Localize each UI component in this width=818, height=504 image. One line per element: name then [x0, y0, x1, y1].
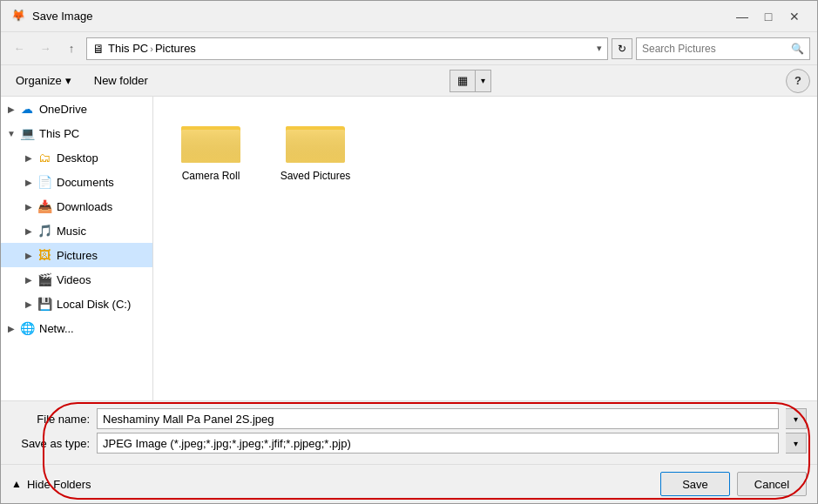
folder-icon: 🎵 [36, 224, 53, 238]
sidebar-item-music[interactable]: ▶ 🎵 Music [1, 218, 152, 243]
network-icon: 🌐 [18, 321, 36, 335]
view-icon: ▦ [457, 74, 468, 87]
breadcrumb-separator: › [150, 44, 153, 54]
localdisk-label: Local Disk (C:) [57, 298, 131, 311]
sidebar-item-pictures[interactable]: ▶ 🖼 Pictures [1, 243, 152, 267]
back-icon: ← [14, 42, 25, 55]
expand-icon: ▶ [22, 248, 36, 262]
folder-camera-roll[interactable]: Camera Roll [167, 111, 254, 185]
filename-label: File name: [11, 413, 90, 426]
breadcrumb: This PC › Pictures [108, 42, 196, 55]
sidebar-item-localdisk[interactable]: ▶ 💾 Local Disk (C:) [1, 292, 152, 316]
minimize-button[interactable]: — [730, 7, 754, 26]
filename-dropdown-button[interactable]: ▾ [786, 408, 807, 429]
camera-roll-label: Camera Roll [182, 170, 240, 182]
folder-svg-camera-roll [179, 114, 242, 166]
sidebar-item-downloads[interactable]: ▶ 📥 Downloads [1, 194, 152, 218]
address-dropdown-button[interactable]: ▾ [597, 43, 602, 54]
hide-folders-area: ▲ Hide Folders [11, 478, 91, 491]
maximize-button[interactable]: □ [756, 7, 781, 26]
toolbar: Organize ▾ New folder ▦ ▾ ? [1, 65, 817, 97]
form-section: File name: ▾ Save as type: JPEG Image (*… [1, 400, 817, 464]
videos-label: Videos [57, 273, 91, 286]
organize-arrow-icon: ▾ [65, 74, 71, 87]
main-content: ▶ ☁ OneDrive ▼ 💻 This PC ▶ 🗂 Desktop ▶ 📄… [1, 97, 817, 400]
folder-icon: 📄 [36, 175, 53, 189]
filename-row: File name: ▾ [11, 408, 807, 429]
forward-icon: → [40, 42, 51, 55]
sidebar-item-videos[interactable]: ▶ 🎬 Videos [1, 267, 152, 292]
folder-icon: 📥 [36, 199, 53, 213]
view-dropdown-icon: ▾ [481, 76, 485, 85]
expand-icon: ▶ [22, 175, 36, 189]
sidebar-item-thispc[interactable]: ▼ 💻 This PC [1, 121, 152, 145]
hide-folders-label[interactable]: Hide Folders [27, 478, 91, 491]
address-bar[interactable]: 🖥 This PC › Pictures ▾ [86, 37, 608, 60]
thispc-label: This PC [39, 127, 79, 140]
expand-icon: ▶ [22, 199, 36, 213]
bottom-section: File name: ▾ Save as type: JPEG Image (*… [1, 400, 817, 503]
view-controls: ▦ ▾ [450, 70, 491, 92]
computer-icon: 💻 [18, 126, 36, 140]
sidebar-item-network[interactable]: ▶ 🌐 Netw... [1, 316, 152, 340]
expand-icon: ▶ [22, 272, 36, 286]
filetype-value: JPEG Image (*.jpeg;*.jpg;*.jpeg;*.jfif;*… [103, 437, 351, 450]
filetype-dropdown-button[interactable]: ▾ [786, 433, 807, 454]
app-icon: 🦊 [11, 9, 27, 24]
onedrive-icon: ☁ [18, 102, 36, 116]
footer: ▲ Hide Folders Save Cancel [1, 464, 817, 503]
view-dropdown-button[interactable]: ▾ [476, 70, 491, 92]
cancel-button[interactable]: Cancel [737, 472, 807, 496]
expand-icon: ▼ [4, 126, 18, 140]
dropdown-icon: ▾ [794, 414, 798, 424]
window-controls: — □ ✕ [730, 7, 807, 26]
view-icon-button[interactable]: ▦ [450, 70, 476, 92]
up-button[interactable]: ↑ [60, 37, 83, 60]
close-button[interactable]: ✕ [782, 7, 807, 26]
organize-button[interactable]: Organize ▾ [8, 70, 79, 92]
search-icon: 🔍 [791, 43, 804, 55]
help-button[interactable]: ? [786, 69, 810, 93]
forward-button[interactable]: → [34, 37, 57, 60]
organize-label: Organize [16, 74, 62, 87]
sidebar-item-desktop[interactable]: ▶ 🗂 Desktop [1, 145, 152, 170]
breadcrumb-pictures[interactable]: Pictures [155, 42, 196, 55]
network-label: Netw... [39, 322, 74, 335]
refresh-button[interactable]: ↻ [612, 38, 632, 59]
saved-pictures-label: Saved Pictures [281, 170, 351, 182]
dialog-title: Save Image [32, 10, 730, 23]
new-folder-label: New folder [94, 74, 148, 87]
new-folder-button[interactable]: New folder [86, 70, 156, 92]
folder-icon: 🖼 [36, 248, 53, 262]
filetype-display[interactable]: JPEG Image (*.jpeg;*.jpg;*.jpeg;*.jfif;*… [97, 433, 779, 454]
disk-icon: 💾 [36, 297, 53, 311]
back-button[interactable]: ← [8, 37, 30, 60]
expand-icon: ▶ [22, 224, 36, 238]
breadcrumb-thispc[interactable]: This PC [108, 42, 148, 55]
sidebar-item-onedrive[interactable]: ▶ ☁ OneDrive [1, 97, 152, 121]
svg-rect-4 [181, 130, 240, 163]
sidebar: ▶ ☁ OneDrive ▼ 💻 This PC ▶ 🗂 Desktop ▶ 📄… [1, 97, 153, 400]
desktop-label: Desktop [57, 151, 98, 165]
filetype-row: Save as type: JPEG Image (*.jpeg;*.jpg;*… [11, 433, 807, 454]
expand-icon: ▶ [4, 321, 18, 335]
svg-rect-8 [286, 130, 345, 163]
documents-label: Documents [57, 176, 114, 189]
title-bar: 🦊 Save Image — □ ✕ [1, 1, 817, 32]
onedrive-label: OneDrive [39, 103, 87, 116]
sidebar-item-documents[interactable]: ▶ 📄 Documents [1, 170, 152, 194]
search-box[interactable]: 🔍 [636, 37, 810, 60]
filename-input[interactable] [97, 408, 779, 429]
cancel-label: Cancel [754, 478, 789, 491]
folder-saved-pictures[interactable]: Saved Pictures [272, 111, 359, 185]
save-label: Save [682, 478, 708, 491]
refresh-icon: ↻ [618, 43, 626, 55]
expand-icon: ▶ [22, 297, 36, 311]
expand-icon: ▶ [4, 102, 18, 116]
folder-icon: 🎬 [36, 272, 53, 286]
save-button[interactable]: Save [660, 472, 730, 496]
dropdown-icon: ▾ [794, 439, 798, 448]
search-input[interactable] [642, 43, 791, 55]
save-image-dialog: 🦊 Save Image — □ ✕ ← → ↑ 🖥 This PC › Pic… [0, 0, 818, 504]
music-label: Music [57, 225, 86, 238]
